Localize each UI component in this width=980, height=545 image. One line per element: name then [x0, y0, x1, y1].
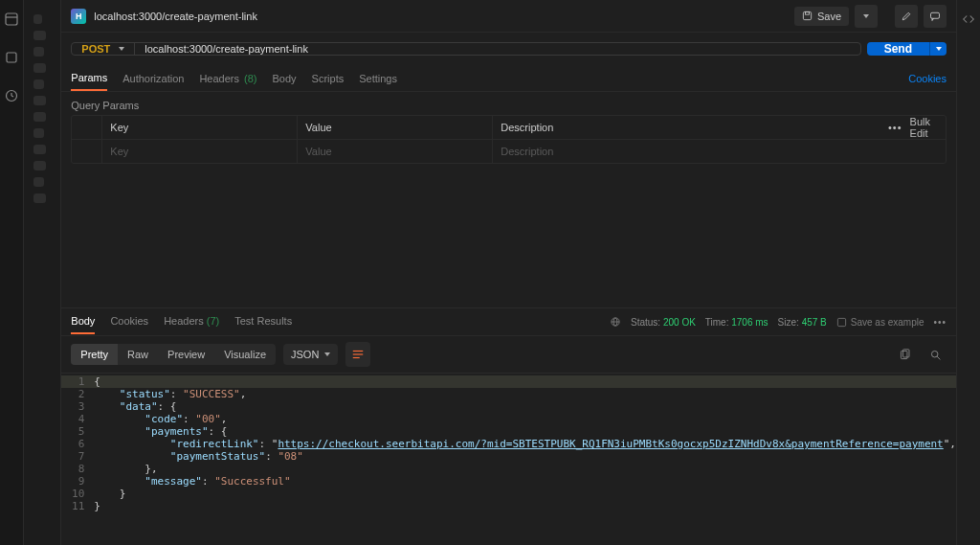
send-dropdown[interactable]: [929, 42, 947, 56]
param-description-input[interactable]: Description: [493, 140, 888, 163]
tab-title: localhost:3000/create-payment-link: [94, 11, 257, 22]
code-snippet-button[interactable]: [957, 8, 980, 31]
resp-tab-test-results[interactable]: Test Results: [234, 309, 292, 334]
view-preview[interactable]: Preview: [158, 344, 214, 365]
send-button[interactable]: Send: [867, 42, 929, 56]
request-row: POST Send: [61, 33, 956, 65]
http-badge-icon: H: [71, 9, 86, 24]
rail-collections[interactable]: [0, 8, 23, 31]
viewer-controls: Pretty Raw Preview Visualize JSON: [61, 336, 956, 374]
tab-body[interactable]: Body: [273, 67, 297, 90]
wrap-icon: [351, 348, 365, 361]
save-icon: [836, 317, 847, 328]
col-value: Value: [298, 116, 493, 139]
collections-icon: [4, 11, 19, 27]
resp-tab-body[interactable]: Body: [71, 309, 95, 334]
wrap-lines-button[interactable]: [345, 342, 370, 367]
request-tabs: Params Authorization Headers (8) Body Sc…: [61, 65, 956, 92]
svg-rect-0: [6, 13, 17, 25]
svg-rect-6: [803, 11, 811, 19]
tab-settings[interactable]: Settings: [359, 67, 397, 90]
search-icon: [929, 349, 942, 361]
copy-icon: [899, 349, 911, 361]
bulk-edit-link[interactable]: Bulk Edit: [910, 116, 938, 139]
query-params-title: Query Params: [61, 92, 956, 115]
box-icon: [4, 50, 19, 65]
rail-environments[interactable]: [0, 46, 23, 69]
search-response-button[interactable]: [924, 343, 947, 366]
tab-scripts[interactable]: Scripts: [312, 67, 345, 90]
more-icon[interactable]: •••: [888, 122, 902, 133]
col-key: Key: [102, 116, 298, 139]
save-as-example-button[interactable]: Save as example: [836, 317, 924, 328]
param-value-input[interactable]: Value: [298, 140, 493, 163]
left-rail: [0, 0, 24, 545]
save-icon: [802, 11, 813, 21]
svg-line-5: [11, 96, 13, 97]
svg-rect-2: [7, 53, 16, 62]
comments-button[interactable]: [924, 5, 947, 28]
resp-tab-headers[interactable]: Headers (7): [164, 309, 219, 334]
clock-icon: [4, 88, 19, 103]
pencil-icon: [901, 11, 912, 22]
view-raw[interactable]: Raw: [118, 344, 158, 365]
secondary-panel: [24, 0, 61, 545]
col-description: Description: [493, 116, 888, 139]
view-visualize[interactable]: Visualize: [214, 344, 276, 365]
request-cookies-link[interactable]: Cookies: [908, 73, 947, 84]
response-header: Body Cookies Headers (7) Test Results St…: [61, 307, 956, 336]
svg-rect-7: [805, 11, 809, 14]
response-more-icon[interactable]: •••: [933, 317, 947, 328]
save-dropdown[interactable]: [855, 5, 878, 28]
param-key-input[interactable]: Key: [102, 140, 298, 163]
svg-point-18: [931, 351, 938, 357]
main-area: H localhost:3000/create-payment-link Sav…: [61, 0, 956, 545]
view-pretty[interactable]: Pretty: [71, 344, 118, 365]
save-label: Save: [817, 11, 841, 22]
globe-icon: [610, 316, 621, 328]
tab-authorization[interactable]: Authorization: [122, 67, 184, 90]
edit-button[interactable]: [895, 5, 918, 28]
chevron-down-icon: [936, 47, 942, 51]
tab-headers-count: (8): [244, 73, 256, 84]
rail-history[interactable]: [0, 84, 23, 107]
comment-icon: [929, 11, 941, 22]
tab-headers-label: Headers: [199, 73, 239, 84]
svg-line-19: [937, 356, 940, 359]
code-icon: [962, 12, 975, 26]
right-rail: [956, 0, 980, 545]
method-select[interactable]: POST: [72, 43, 135, 55]
save-button[interactable]: Save: [794, 7, 849, 26]
svg-rect-8: [931, 12, 940, 18]
chevron-down-icon: [119, 47, 124, 51]
url-input[interactable]: [135, 43, 859, 55]
resp-tab-cookies[interactable]: Cookies: [110, 309, 148, 334]
chevron-down-icon: [324, 352, 330, 356]
query-params-table: Key Value Description ••• Bulk Edit Key …: [71, 115, 947, 164]
tab-strip: H localhost:3000/create-payment-link Sav…: [61, 0, 956, 33]
tab-headers[interactable]: Headers (8): [199, 67, 256, 90]
copy-response-button[interactable]: [893, 343, 916, 366]
method-value: POST: [81, 43, 110, 55]
response-body-code[interactable]: 1{2 "status": "SUCCESS",3 "data": {4 "co…: [61, 374, 956, 545]
tab-params[interactable]: Params: [71, 66, 107, 91]
chevron-down-icon: [863, 14, 869, 18]
language-select[interactable]: JSON: [283, 344, 338, 365]
svg-rect-12: [837, 318, 845, 326]
